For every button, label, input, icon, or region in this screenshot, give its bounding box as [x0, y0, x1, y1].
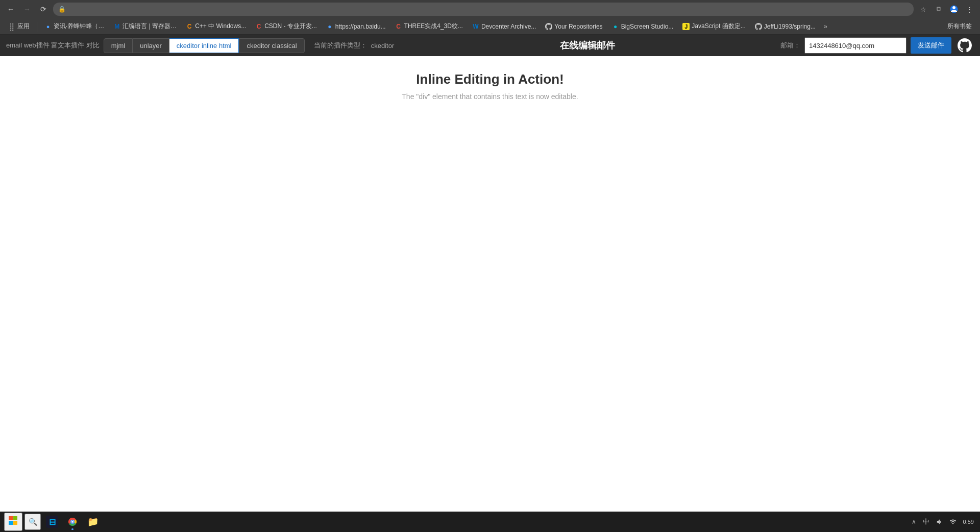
email-label: 邮箱： — [780, 41, 800, 50]
nav-actions: ☆ ⧉ ⋮ — [917, 3, 976, 16]
tab-mjml[interactable]: mjml — [104, 38, 133, 53]
bookmark-three[interactable]: C THREE实战4_3D纹... — [391, 20, 467, 32]
bookmark-jeffli-icon — [755, 23, 762, 30]
bookmark-github-repo-label: Your Repositories — [554, 23, 602, 30]
page-title: 在线编辑邮件 — [398, 39, 776, 52]
bookmark-github-repo[interactable]: Your Repositories — [541, 21, 606, 32]
bookmark-jeffli[interactable]: JeffLi1993/spring... — [751, 21, 820, 32]
apps-icon: ⣿ — [8, 23, 15, 30]
bookmark-apps[interactable]: ⣿ 应用 — [4, 20, 34, 32]
nav-bar: ← → ⟳ 🔒 http://localhost:3000 ☆ ⧉ ⋮ — [0, 0, 980, 18]
bookmark-vscode-label: 汇编语言 | 寄存器… — [122, 22, 177, 31]
bookmark-all-label[interactable]: 所有书签 — [943, 20, 976, 32]
bookmark-baidu[interactable]: ● https://pan.baidu... — [322, 21, 390, 32]
current-plugin-label: 当前的插件类型： — [314, 41, 367, 50]
bookmark-three-label: THREE实战4_3D纹... — [404, 22, 463, 31]
all-bookmarks-label: 所有书签 — [947, 22, 972, 31]
bookmark-devcenter[interactable]: W Devcenter Archive... — [468, 21, 540, 32]
bookmarks-bar: ⣿ 应用 ● 资讯·养蜂钟蜂（… M 汇编语言 | 寄存器… C C++ 中 W… — [0, 18, 980, 35]
main-content: Inline Editing in Action! The "div" elem… — [0, 56, 980, 512]
current-plugin-value: ckeditor — [371, 42, 395, 50]
browser-chrome: ← → ⟳ 🔒 http://localhost:3000 ☆ ⧉ ⋮ ⣿ 应用 — [0, 0, 980, 56]
menu-button[interactable]: ⋮ — [963, 3, 976, 16]
bookmark-star-button[interactable]: ☆ — [917, 3, 930, 16]
bookmark-jeffli-label: JeffLi1993/spring... — [764, 23, 816, 30]
email-input[interactable] — [804, 37, 906, 54]
bookmark-js-icon: J — [682, 23, 690, 30]
github-logo-button[interactable] — [955, 36, 974, 55]
bookmark-news[interactable]: ● 资讯·养蜂钟蜂（… — [40, 20, 108, 32]
profile-button[interactable] — [947, 3, 961, 16]
bookmark-vscode-icon: M — [113, 23, 120, 30]
send-email-button[interactable]: 发送邮件 — [911, 37, 951, 54]
bookmark-csdn-icon: C — [255, 23, 262, 30]
app-toolbar: email web插件 富文本插件 对比 mjml unlayer ckedit… — [0, 35, 980, 56]
bookmark-separator — [37, 21, 37, 32]
extensions-button[interactable]: ⧉ — [932, 3, 945, 16]
tab-ckeditor-inline[interactable]: ckeditor inline html — [169, 38, 239, 53]
forward-button[interactable]: → — [20, 3, 34, 16]
bookmark-csdn-label: CSDN - 专业开发... — [264, 22, 317, 31]
tab-group: mjml unlayer ckeditor inline html ckedit… — [104, 38, 305, 53]
email-section: 邮箱： 发送邮件 — [780, 37, 951, 54]
address-input[interactable]: http://localhost:3000 — [69, 6, 909, 13]
bookmark-bigscreen-label: BigScreen Studio... — [621, 23, 674, 30]
content-subtext: The "div" element that contains this tex… — [402, 92, 578, 101]
tab-unlayer[interactable]: unlayer — [133, 38, 169, 53]
bookmark-js[interactable]: J JavaScript 函数定... — [678, 20, 749, 32]
bookmark-cpp-label: C++ 中 Windows... — [195, 22, 246, 31]
bookmark-bigscreen-icon: ● — [612, 23, 619, 30]
bookmark-csdn[interactable]: C CSDN - 专业开发... — [251, 20, 321, 32]
address-bar[interactable]: 🔒 http://localhost:3000 — [53, 3, 914, 16]
bookmark-three-icon: C — [395, 23, 402, 30]
bookmark-github-repo-icon — [545, 23, 552, 30]
app-title-section: email web插件 富文本插件 对比 — [6, 41, 100, 50]
app-title: email web插件 富文本插件 对比 — [6, 41, 100, 50]
bookmark-news-label: 资讯·养蜂钟蜂（… — [54, 22, 104, 31]
bookmark-apps-label: 应用 — [17, 22, 30, 31]
tab-ckeditor-classical[interactable]: ckeditor classical — [239, 38, 304, 53]
address-lock-icon: 🔒 — [58, 6, 66, 13]
bookmark-baidu-icon: ● — [326, 23, 333, 30]
back-button[interactable]: ← — [4, 3, 17, 16]
bookmark-baidu-label: https://pan.baidu... — [335, 23, 386, 30]
bookmark-devcenter-label: Devcenter Archive... — [481, 23, 536, 30]
bookmark-cpp-icon: C — [186, 23, 193, 30]
bookmarks-overflow-button[interactable]: » — [821, 21, 830, 32]
bookmark-vscode[interactable]: M 汇编语言 | 寄存器… — [109, 20, 181, 32]
bookmark-bigscreen[interactable]: ● BigScreen Studio... — [608, 21, 678, 32]
bookmark-js-label: JavaScript 函数定... — [692, 22, 745, 31]
refresh-button[interactable]: ⟳ — [37, 3, 50, 16]
bookmark-devcenter-icon: W — [472, 23, 479, 30]
content-heading: Inline Editing in Action! — [416, 71, 564, 87]
bookmark-cpp[interactable]: C C++ 中 Windows... — [182, 20, 250, 32]
bookmark-news-icon: ● — [44, 23, 52, 30]
